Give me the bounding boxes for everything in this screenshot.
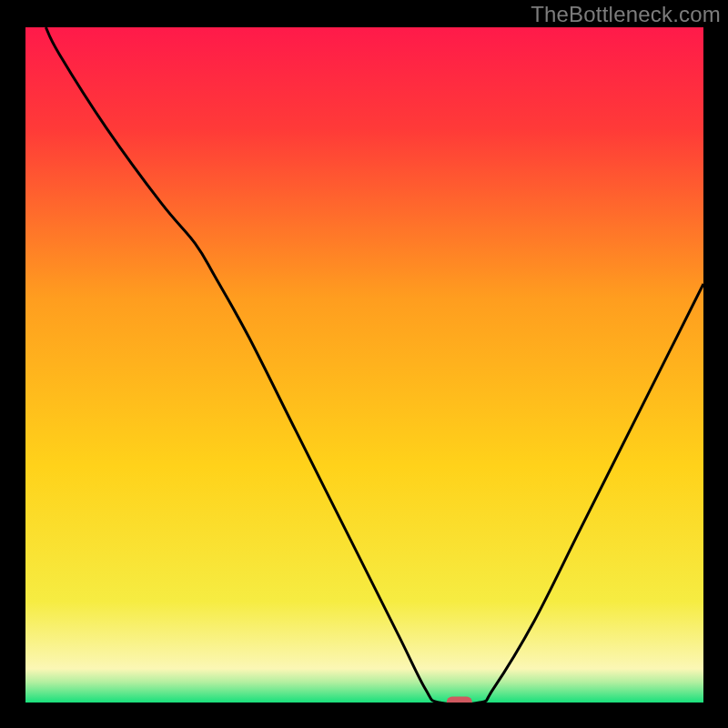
frame-bottom xyxy=(0,703,728,728)
chart-gradient-bg xyxy=(25,27,703,703)
bottleneck-chart xyxy=(0,0,728,728)
frame-right xyxy=(703,0,728,728)
frame-left xyxy=(0,0,25,728)
chart-container: TheBottleneck.com xyxy=(0,0,728,728)
watermark-text: TheBottleneck.com xyxy=(531,2,721,27)
